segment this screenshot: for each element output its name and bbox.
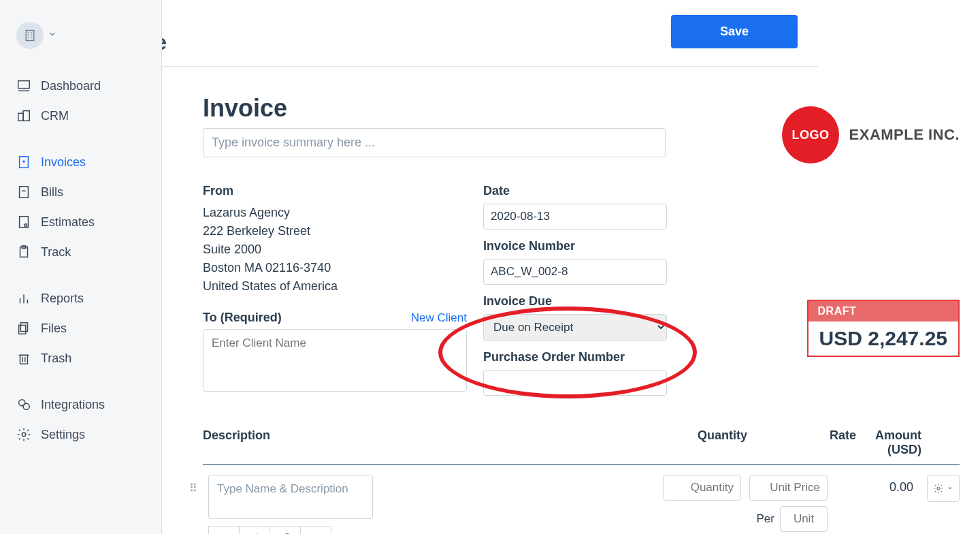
line-items-header: Description Quantity Rate Amount (USD) — [203, 423, 960, 465]
invoice-summary-input[interactable] — [203, 128, 666, 157]
integrations-icon — [16, 397, 31, 412]
line-unit-input[interactable] — [780, 506, 828, 532]
org-switcher[interactable] — [0, 22, 161, 63]
invoice-due-label: Invoice Due — [483, 294, 681, 309]
building-icon — [16, 22, 44, 49]
svg-rect-9 — [18, 113, 23, 121]
invoice-number-label: Invoice Number — [483, 239, 681, 253]
nav-bills[interactable]: Bills — [0, 177, 161, 207]
line-rate-input[interactable] — [749, 475, 828, 501]
line-actions-button[interactable] — [927, 475, 960, 502]
nav-estimates[interactable]: Estimates — [0, 207, 161, 237]
nav-label: CRM — [41, 109, 69, 123]
main-content: DASHBOARD New Invoice Save Invoice LOGO … — [162, 0, 980, 534]
buildings-icon — [16, 108, 31, 123]
nav-label: Estimates — [41, 215, 95, 230]
col-description: Description — [203, 428, 659, 457]
nav-label: Invoices — [41, 155, 86, 170]
svg-rect-14 — [20, 187, 29, 198]
nav-label: Bills — [41, 185, 63, 200]
col-rate: Rate — [747, 428, 856, 457]
svg-point-35 — [937, 487, 940, 490]
files-icon — [16, 321, 31, 336]
col-amount: Amount (USD) — [856, 428, 960, 457]
from-name: Lazarus Agency — [203, 204, 467, 222]
nav-files[interactable]: Files — [0, 313, 161, 343]
from-label: From — [203, 184, 467, 198]
line-tag-button[interactable] — [300, 526, 331, 534]
col-quantity: Quantity — [659, 428, 747, 457]
nav-label: Track — [41, 245, 71, 260]
invoice-total: USD 2,247.25 — [808, 321, 958, 356]
line-description-input[interactable] — [208, 475, 373, 519]
line-link-button[interactable] — [270, 526, 301, 534]
drag-handle-icon[interactable]: ⠿ — [189, 482, 200, 494]
line-item-row: ⠿ Per — [203, 465, 960, 534]
nav-label: Reports — [41, 292, 84, 306]
draft-total-box: DRAFT USD 2,247.25 — [807, 300, 960, 357]
trash-icon — [16, 351, 31, 366]
line-attachment-button[interactable] — [239, 526, 270, 534]
nav-settings[interactable]: Settings — [0, 420, 161, 450]
svg-point-29 — [23, 403, 29, 409]
gear-icon — [16, 427, 31, 442]
company-logo[interactable]: LOGO EXAMPLE INC. — [782, 106, 960, 163]
nav-crm[interactable]: CRM — [0, 101, 161, 131]
bill-icon — [16, 185, 31, 200]
invoice-number-input[interactable] — [483, 259, 667, 285]
new-client-link[interactable]: New Client — [411, 311, 467, 325]
nav-label: Files — [41, 321, 67, 336]
from-line4: United States of America — [203, 277, 467, 296]
invoice-due-select[interactable]: Due on Receipt — [483, 314, 667, 341]
nav-label: Settings — [41, 428, 85, 442]
draft-badge: DRAFT — [808, 301, 958, 321]
logo-company-name: EXAMPLE INC. — [849, 126, 960, 144]
sidebar: Dashboard CRM Invoices Bills Estimates — [0, 0, 162, 534]
nav-label: Dashboard — [41, 79, 101, 93]
clipboard-icon — [16, 245, 31, 260]
to-label: To (Required) — [203, 311, 282, 325]
per-label: Per — [757, 512, 774, 526]
caret-down-icon — [947, 485, 953, 492]
invoice-heading: Invoice — [203, 94, 666, 123]
svg-rect-23 — [19, 325, 26, 334]
svg-rect-24 — [20, 355, 28, 364]
nav-dashboard[interactable]: Dashboard — [0, 71, 161, 101]
line-quantity-input[interactable] — [663, 475, 741, 501]
barchart-icon — [16, 291, 31, 306]
invoice-icon — [16, 155, 31, 170]
from-line1: 222 Berkeley Street — [203, 222, 467, 240]
logo-badge-icon: LOGO — [782, 106, 839, 163]
po-number-label: Purchase Order Number — [483, 350, 681, 364]
nav-label: Trash — [41, 351, 71, 366]
gear-icon — [933, 483, 944, 494]
nav-label: Integrations — [41, 398, 105, 412]
nav-trash[interactable]: Trash — [0, 343, 161, 373]
page-title: New Invoice — [162, 30, 167, 55]
page-header: DASHBOARD New Invoice Save — [162, 0, 818, 67]
from-line2: Suite 2000 — [203, 240, 467, 259]
svg-rect-10 — [23, 111, 29, 121]
nav-invoices[interactable]: Invoices — [0, 147, 161, 177]
nav-reports[interactable]: Reports — [0, 283, 161, 313]
nav-track[interactable]: Track — [0, 237, 161, 267]
chevron-down-icon — [48, 29, 57, 42]
svg-rect-0 — [26, 31, 34, 41]
date-input[interactable] — [483, 204, 667, 230]
from-line3: Boston MA 02116-3740 — [203, 259, 467, 277]
po-number-input[interactable] — [483, 370, 667, 396]
svg-rect-7 — [18, 81, 30, 89]
svg-rect-22 — [20, 323, 27, 332]
client-name-input[interactable] — [203, 329, 467, 392]
svg-point-16 — [24, 224, 27, 227]
line-date-button[interactable] — [208, 526, 240, 534]
date-label: Date — [483, 184, 681, 198]
monitor-icon — [16, 78, 31, 93]
estimate-icon — [16, 215, 31, 230]
line-amount-value: 0.00 — [836, 475, 919, 494]
save-button[interactable]: Save — [671, 15, 798, 48]
svg-point-30 — [22, 433, 26, 437]
nav-integrations[interactable]: Integrations — [0, 390, 161, 420]
